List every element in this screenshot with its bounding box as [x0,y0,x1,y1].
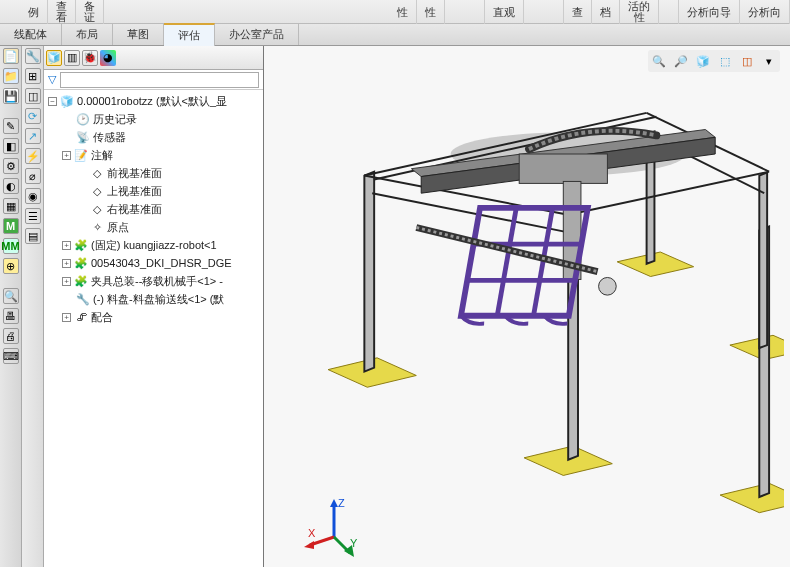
tool-icon[interactable]: ⚙ [3,158,19,174]
part-icon: 🧩 [74,274,88,288]
tree-node[interactable]: ◇上视基准面 [44,182,263,200]
tool-icon[interactable]: ◫ [25,88,41,104]
tree-node-label: 右视基准面 [107,202,162,217]
tab-evaluate[interactable]: 评估 [164,23,215,46]
part2-icon: 🔧 [76,292,90,306]
history-icon: 🕑 [76,112,90,126]
tool-icon[interactable]: ▤ [25,228,41,244]
tree-node-label: (固定) kuangjiazz-robot<1 [91,238,217,253]
tree-tab-icon[interactable]: ▥ [64,50,80,66]
ribbon-item[interactable]: 查 看 [48,0,76,24]
expand-toggle-icon[interactable]: − [48,97,57,106]
tree-node[interactable]: 🔧(-) 料盘-料盘输送线<1> (默 [44,290,263,308]
tree-node[interactable]: ◇右视基准面 [44,200,263,218]
tool-icon[interactable]: ✎ [3,118,19,134]
ribbon-item[interactable]: 档 [592,0,620,24]
second-icon-bar: 🔧 ⊞ ◫ ⟳ ↗ ⚡ ⌀ ◉ ☰ ▤ [22,46,44,567]
tree-node[interactable]: +🧩00543043_DKI_DHSR_DGE [44,254,263,272]
main-area: 📄 📁 💾 ✎ ◧ ⚙ ◐ ▦ M MM ⊕ 🔍 🖶 🖨 ⌨ 🔧 ⊞ ◫ ⟳ ↗… [0,46,790,567]
tool-icon[interactable]: 🖨 [3,328,19,344]
tree-node[interactable]: +🧩(固定) kuangjiazz-robot<1 [44,236,263,254]
tree-node-label: 历史记录 [93,112,137,127]
part-icon: 🧩 [74,256,88,270]
tool-icon[interactable]: ⟳ [25,108,41,124]
orientation-triad[interactable]: Z X Y [304,497,364,557]
ribbon-item[interactable]: 分析向导 [679,0,740,24]
feature-tree[interactable]: −🧊0.00001robotzz (默认<默认_显🕑历史记录📡传感器+📝注解◇前… [44,90,263,567]
tool-icon[interactable]: ◧ [3,138,19,154]
svg-text:Y: Y [350,537,358,549]
tool-icon[interactable]: ↗ [25,128,41,144]
ribbon-item[interactable]: 性 [389,0,417,24]
tree-filter-row: ▽ [44,70,263,90]
annotation-icon: 📝 [74,148,88,162]
tree-node-label: 原点 [107,220,129,235]
tree-node[interactable]: 🕑历史记录 [44,110,263,128]
ribbon-spacer [104,0,389,24]
tool-icon[interactable]: 🖶 [3,308,19,324]
ribbon-item[interactable]: 备 证 [76,0,104,24]
tree-node-label: 配合 [91,310,113,325]
tool-icon[interactable]: 📄 [3,48,19,64]
tab-assembly[interactable]: 线配体 [0,24,62,45]
tool-icon[interactable]: ⌨ [3,348,19,364]
tree-node-label: 传感器 [93,130,126,145]
tree-node[interactable]: ◇前视基准面 [44,164,263,182]
tool-icon[interactable]: 🔍 [3,288,19,304]
svg-text:Z: Z [338,497,345,509]
expand-toggle-icon[interactable]: + [62,151,71,160]
tree-node[interactable]: +📝注解 [44,146,263,164]
tree-tab-icon[interactable]: 🐞 [82,50,98,66]
ribbon-item[interactable]: 分析向 [740,0,790,24]
ribbon-item[interactable]: 例 [20,0,48,24]
mate-icon: 🖇 [74,310,88,324]
graphics-viewport[interactable]: 🔍 🔎 🧊 ⬚ ◫ ▾ [264,46,790,567]
tool-icon[interactable]: ▦ [3,198,19,214]
tab-layout[interactable]: 布局 [62,24,113,45]
ribbon-spacer [445,0,485,24]
tool-icon[interactable]: MM [3,238,19,254]
tool-icon[interactable]: ⊕ [3,258,19,274]
model-view [274,56,784,546]
tool-icon[interactable]: 💾 [3,88,19,104]
svg-marker-10 [330,499,338,507]
tab-office[interactable]: 办公室产品 [215,24,299,45]
tool-icon[interactable]: M [3,218,19,234]
tool-icon[interactable]: 🔧 [25,48,41,64]
tool-icon[interactable]: ◐ [3,178,19,194]
filter-icon: ▽ [48,73,56,86]
origin-icon: ✧ [90,220,104,234]
tree-tab-icon[interactable]: 🧊 [46,50,62,66]
plane-icon: ◇ [90,166,104,180]
ribbon-item[interactable]: 性 [417,0,445,24]
ribbon-item[interactable]: 直观 [485,0,524,24]
tool-icon[interactable]: ☰ [25,208,41,224]
ribbon-item[interactable]: 活的 性 [620,0,659,24]
tool-icon[interactable]: ⚡ [25,148,41,164]
tree-node[interactable]: −🧊0.00001robotzz (默认<默认_显 [44,92,263,110]
tree-node-label: (-) 料盘-料盘输送线<1> (默 [93,292,224,307]
tool-icon[interactable]: 📁 [3,68,19,84]
expand-toggle-icon[interactable]: + [62,277,71,286]
svg-line-7 [497,208,516,316]
tool-icon[interactable]: ◉ [25,188,41,204]
expand-toggle-icon[interactable]: + [62,313,71,322]
tree-node[interactable]: 📡传感器 [44,128,263,146]
part-icon: 🧩 [74,238,88,252]
tree-tab-bar: 🧊 ▥ 🐞 ◕ [44,46,263,70]
ribbon-item[interactable]: 查 [564,0,592,24]
tree-node[interactable]: +🧩夹具总装--移载机械手<1> - [44,272,263,290]
tool-icon[interactable]: ⊞ [25,68,41,84]
tree-filter-input[interactable] [60,72,259,88]
tree-node[interactable]: ✧原点 [44,218,263,236]
tool-icon[interactable]: ⌀ [25,168,41,184]
ribbon-spacer [659,0,679,24]
tree-node-label: 00543043_DKI_DHSR_DGE [91,257,232,269]
tree-tab-icon[interactable]: ◕ [100,50,116,66]
tab-sketch[interactable]: 草图 [113,24,164,45]
svg-point-3 [599,277,617,295]
expand-toggle-icon[interactable]: + [62,241,71,250]
expand-toggle-icon[interactable]: + [62,259,71,268]
tree-node[interactable]: +🖇配合 [44,308,263,326]
tree-node-label: 前视基准面 [107,166,162,181]
